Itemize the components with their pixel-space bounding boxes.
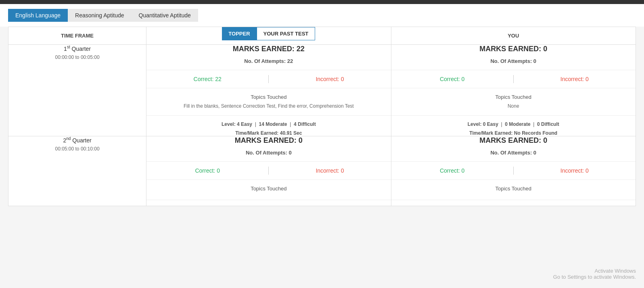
you-topics-2: Topics Touched xyxy=(391,186,636,200)
nav-tabs: English Language Reasoning Aptitude Quan… xyxy=(0,4,644,27)
topper-data-2: MARKS EARNED: 0 No. Of Attempts: 0 Corre… xyxy=(146,136,391,206)
you-incorrect-2: Incorrect: 0 xyxy=(514,167,636,174)
you-data-1: MARKS EARNED: 0 No. Of Attempts: 0 Corre… xyxy=(391,45,636,136)
time-range-2: 00:05:00 to 00:10:00 xyxy=(8,146,146,152)
you-correct-2: Correct: 0 xyxy=(391,167,513,174)
col-topper-header: TOPPER YOUR PAST TEST xyxy=(146,27,391,45)
topper-correct-1: Correct: 22 xyxy=(146,76,268,82)
you-data-2: MARKS EARNED: 0 No. Of Attempts: 0 Corre… xyxy=(391,136,636,206)
you-correct-1: Correct: 0 xyxy=(391,76,513,82)
topper-topics-title-2: Topics Touched xyxy=(146,186,391,192)
main-container: TIME FRAME TOPPER YOUR PAST TEST YOU 1st… xyxy=(0,27,644,214)
you-correct-incorrect-1: Correct: 0 Incorrect: 0 xyxy=(391,70,636,88)
topper-header-inner: TOPPER YOUR PAST TEST xyxy=(146,27,391,40)
tab-english-language[interactable]: English Language xyxy=(8,9,68,22)
topper-attempts-2: No. Of Attempts: 0 xyxy=(146,150,391,156)
topper-topics-title-1: Topics Touched xyxy=(146,94,391,100)
topper-correct-incorrect-1: Correct: 22 Incorrect: 0 xyxy=(146,70,391,88)
comparison-table: TIME FRAME TOPPER YOUR PAST TEST YOU 1st… xyxy=(8,27,636,206)
tab-quantitative-aptitude[interactable]: Quantitative Aptitude xyxy=(132,9,198,22)
quarter-label-1: 1st Quarter xyxy=(8,45,146,52)
topper-topics-content-1: Fill in the blanks, Sentence Correction … xyxy=(146,102,391,110)
topper-incorrect-2: Incorrect: 0 xyxy=(269,167,391,174)
your-past-test-button[interactable]: YOUR PAST TEST xyxy=(257,27,316,40)
topper-time-mark-1: Time/Mark Earned: 40.91 Sec xyxy=(146,130,391,136)
you-marks-earned-1: MARKS EARNED: 0 xyxy=(391,45,636,53)
time-cell-2: 2nd Quarter 00:05:00 to 00:10:00 xyxy=(8,136,146,206)
you-topics-title-2: Topics Touched xyxy=(391,186,636,192)
you-marks-earned-2: MARKS EARNED: 0 xyxy=(391,136,636,145)
you-level-1: Level: 0 Easy | 0 Moderate | 0 Difficult xyxy=(391,121,636,127)
topper-data-1: MARKS EARNED: 22 No. Of Attempts: 22 Cor… xyxy=(146,45,391,136)
you-attempts-1: No. Of Attempts: 0 xyxy=(391,58,636,64)
you-incorrect-1: Incorrect: 0 xyxy=(514,76,636,82)
col-you-header: YOU xyxy=(391,27,636,45)
topper-correct-incorrect-2: Correct: 0 Incorrect: 0 xyxy=(146,161,391,180)
topper-button[interactable]: TOPPER xyxy=(222,27,256,40)
topper-incorrect-1: Incorrect: 0 xyxy=(269,76,391,82)
topper-correct-2: Correct: 0 xyxy=(146,167,268,174)
topper-topics-1: Topics Touched Fill in the blanks, Sente… xyxy=(146,94,391,116)
tab-reasoning-aptitude[interactable]: Reasoning Aptitude xyxy=(68,9,131,22)
you-correct-incorrect-2: Correct: 0 Incorrect: 0 xyxy=(391,161,636,180)
quarter-label-2: 2nd Quarter xyxy=(8,136,146,144)
topper-level-1: Level: 4 Easy | 14 Moderate | 4 Difficul… xyxy=(146,121,391,127)
you-topics-title-1: Topics Touched xyxy=(391,94,636,100)
time-cell-1: 1st Quarter 00:00:00 to 00:05:00 xyxy=(8,45,146,136)
table-row: 2nd Quarter 00:05:00 to 00:10:00 MARKS E… xyxy=(8,136,636,206)
time-range-1: 00:00:00 to 00:05:00 xyxy=(8,54,146,60)
topper-marks-earned-2: MARKS EARNED: 0 xyxy=(146,136,391,145)
topper-marks-earned-1: MARKS EARNED: 22 xyxy=(146,45,391,53)
table-row: 1st Quarter 00:00:00 to 00:05:00 MARKS E… xyxy=(8,45,636,136)
you-time-mark-1: Time/Mark Earned: No Records Found xyxy=(391,130,636,136)
you-topics-1: Topics Touched None xyxy=(391,94,636,116)
topper-attempts-1: No. Of Attempts: 22 xyxy=(146,58,391,64)
you-attempts-2: No. Of Attempts: 0 xyxy=(391,150,636,156)
top-bar xyxy=(0,0,644,4)
topper-topics-2: Topics Touched xyxy=(146,186,391,200)
col-timeframe-header: TIME FRAME xyxy=(8,27,146,45)
you-topics-content-1: None xyxy=(391,102,636,110)
